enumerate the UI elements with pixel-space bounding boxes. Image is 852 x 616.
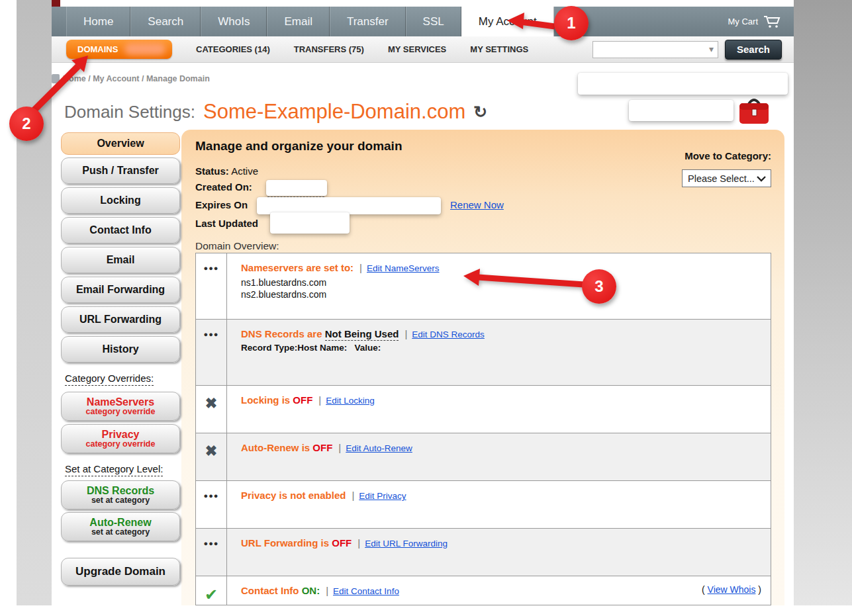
subnav-item-transfers[interactable]: TRANSFERS (75) [294, 44, 364, 54]
row-title: Privacy is not enabled [241, 490, 346, 501]
edit-url-forwarding-link[interactable]: Edit URL Forwarding [365, 539, 448, 549]
tab-email[interactable]: Email [267, 7, 330, 36]
right-gutter [794, 0, 852, 605]
domains-label: DOMAINS [77, 44, 118, 54]
select-value: Please Select... [688, 173, 755, 184]
tab-whois[interactable]: WhoIs [201, 7, 267, 36]
dots-icon: ●●● [196, 320, 227, 385]
left-gutter [17, 0, 52, 605]
sidebar-item-overview[interactable]: Overview [61, 132, 180, 155]
search-input[interactable] [593, 42, 703, 58]
subnav-item-my-settings[interactable]: MY SETTINGS [470, 44, 528, 54]
my-cart[interactable]: My Cart [728, 7, 794, 36]
sidebar-item-label: URL Forwarding [79, 314, 162, 326]
annotation-circle-3: 3 [582, 269, 616, 304]
upgrade-domain-button[interactable]: Upgrade Domain [61, 558, 180, 586]
subnav-search-area: ▾ Search [592, 40, 794, 60]
move-to-category-select[interactable]: Please Select... [682, 169, 771, 187]
row-title: Nameservers are set to: [241, 262, 354, 273]
row-auto-renew: ✖ Auto-Renew is OFF|Edit Auto-Renew [196, 433, 771, 481]
domain-name: Some-Example-Domain.com [203, 100, 465, 124]
domain-overview-label: Domain Overview: [195, 240, 279, 252]
updated-line: Last Updated [195, 218, 258, 229]
sidebar-item-label: Push / Transfer [82, 165, 159, 177]
row-title: Auto-Renew is [241, 442, 310, 453]
subnav-item-my-services[interactable]: MY SERVICES [388, 44, 446, 54]
edit-privacy-link[interactable]: Edit Privacy [359, 491, 406, 501]
tab-transfer[interactable]: Transfer [330, 7, 406, 36]
sidebar-item-auto-renew-category[interactable]: Auto-Renew set at category [61, 512, 180, 541]
renew-now-link[interactable]: Renew Now [450, 199, 504, 210]
dots-icon: ●●● [196, 481, 227, 528]
sidebar-item-contact-info[interactable]: Contact Info [61, 217, 180, 243]
move-to-category-label: Move to Category: [647, 150, 771, 161]
row-privacy: ●●● Privacy is not enabled|Edit Privacy [196, 481, 771, 529]
domain-overview-table: ●●● Nameservers are set to:|Edit NameSer… [195, 253, 771, 605]
row-nameservers: ●●● Nameservers are set to:|Edit NameSer… [196, 253, 771, 320]
tab-ssl[interactable]: SSL [406, 7, 461, 36]
auto-renew-state: OFF [312, 442, 332, 453]
status-line: Status: Active [195, 165, 258, 177]
edit-dns-records-link[interactable]: Edit DNS Records [412, 330, 485, 339]
redacted-updated-date [270, 212, 350, 234]
sidebar-item-label: Contact Info [89, 224, 151, 236]
sidebar-item-locking[interactable]: Locking [61, 187, 180, 214]
subnav-item-categories[interactable]: CATEGORIES (14) [196, 44, 270, 54]
dns-state: Not Being Used [325, 328, 399, 341]
status-label: Status: [195, 165, 229, 177]
row-locking: ✖ Locking is OFF|Edit Locking [196, 386, 771, 433]
screen: Home Search WhoIs Email Transfer SSL My … [0, 0, 852, 616]
edit-nameservers-link[interactable]: Edit NameServers [367, 263, 440, 273]
locking-state: OFF [293, 394, 312, 406]
status-value: Active [231, 165, 258, 177]
row-url-forwarding: ●●● URL Forwarding is OFF|Edit URL Forwa… [196, 529, 771, 576]
row-title: URL Forwarding is [241, 537, 329, 549]
sidebar-item-url-forwarding[interactable]: URL Forwarding [61, 306, 180, 333]
edit-locking-link[interactable]: Edit Locking [326, 396, 375, 406]
sidebar-item-dns-records-category[interactable]: DNS Records set at category [61, 480, 180, 509]
sidebar-item-privacy-override[interactable]: Privacy category override [61, 424, 180, 453]
top-navigation: Home Search WhoIs Email Transfer SSL My … [52, 7, 794, 36]
expires-line: Expires On [195, 199, 248, 210]
my-cart-label: My Cart [728, 17, 759, 26]
sidebar-item-label: Overview [97, 138, 144, 150]
sidebar-item-push-transfer[interactable]: Push / Transfer [61, 157, 180, 184]
search-button[interactable]: Search [725, 40, 782, 60]
combo-dropdown-arrow-icon[interactable]: ▾ [709, 44, 714, 54]
search-combobox[interactable]: ▾ [592, 41, 718, 58]
edit-auto-renew-link[interactable]: Edit Auto-Renew [346, 443, 412, 453]
category-subtitle: set at category [91, 527, 150, 537]
refresh-icon[interactable]: ↻ [473, 103, 487, 122]
nameserver-2: ns2.bluestardns.com [241, 289, 759, 300]
tab-home[interactable]: Home [66, 7, 130, 36]
upgrade-domain-label: Upgrade Domain [75, 565, 166, 578]
sidebar-item-history[interactable]: History [61, 336, 180, 363]
category-subtitle: set at category [91, 496, 150, 505]
breadcrumb[interactable]: Home / My Account / Manage Domain [63, 74, 210, 83]
dots-icon: ●●● [196, 253, 227, 319]
row-title: Contact Info [241, 585, 299, 596]
sub-navigation: DOMAINS CATEGORIES (14) TRANSFERS (75) M… [52, 36, 794, 63]
tab-my-account[interactable]: My Account [461, 7, 554, 36]
toolbox-icon[interactable] [738, 95, 770, 129]
subnav-item-domains[interactable]: DOMAINS [66, 40, 172, 59]
annotation-number: 2 [22, 114, 30, 133]
sidebar-item-email[interactable]: Email [61, 247, 180, 273]
view-whois-link[interactable]: View Whois [708, 584, 756, 595]
cart-icon [763, 15, 781, 28]
edit-contact-info-link[interactable]: Edit Contact Info [333, 586, 399, 596]
row-contact-info: ✔ Contact Info ON:|Edit Contact Info ( V… [196, 576, 771, 605]
breadcrumb-icon [52, 74, 60, 83]
sidebar-item-label: Email [107, 254, 135, 266]
annotation-circle-1: 1 [554, 6, 589, 40]
tab-search[interactable]: Search [130, 7, 201, 36]
sidebar-item-email-forwarding[interactable]: Email Forwarding [61, 277, 180, 303]
category-overrides-heading: Category Overrides: [65, 373, 154, 384]
annotation-number: 3 [594, 277, 603, 296]
row-title: DNS Records are [241, 328, 322, 339]
dots-icon: ●●● [196, 529, 227, 576]
logo-sliver [52, 0, 60, 7]
page-title-prefix: Domain Settings: [64, 102, 195, 122]
check-icon: ✔ [196, 576, 227, 605]
sidebar-item-nameservers-override[interactable]: NameServers category override [61, 392, 180, 421]
